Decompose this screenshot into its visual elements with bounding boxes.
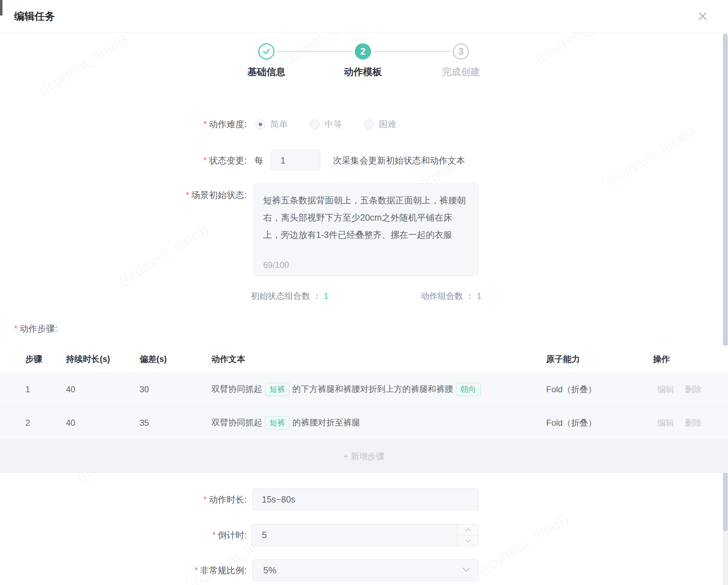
chevron-down-icon: [462, 567, 471, 572]
cell-step: 2: [25, 418, 66, 428]
initial-state-combo-count: 初始状态组合数 ：1: [251, 290, 328, 302]
window-edge: [0, 0, 2, 16]
radio-option-hard[interactable]: 困难: [364, 118, 396, 130]
action-duration-label: *动作时长:: [203, 488, 247, 510]
col-header-atomic-ability: 原子能力: [546, 353, 653, 365]
chevron-down-icon: [465, 539, 471, 543]
required-asterisk: *: [186, 190, 189, 200]
countdown-stepper: [251, 524, 479, 546]
stepper-connector: [277, 51, 353, 52]
cell-deviation: 35: [140, 418, 211, 428]
cell-action-text: 双臂协同抓起短裤的下方裤腿和裤腰对折到上方的裤腿和裤腰朝向: [211, 383, 546, 396]
scene-initial-textarea-wrap: 短裤五条数据背面朝上，五条数据正面朝上，裤腰朝右，离头部视野下方至少20cm之外…: [254, 184, 478, 276]
chevron-up-icon: [465, 528, 471, 532]
radio-option-medium[interactable]: 中等: [310, 118, 342, 130]
unusual-ratio-label: *非常规比例:: [195, 559, 247, 581]
state-change-prefix: 每: [254, 155, 263, 166]
initial-combo-value: 1: [324, 291, 328, 301]
state-change-suffix: 次采集会更新初始状态和动作文本: [333, 155, 465, 166]
state-change-row: 每 次采集会更新初始状态和动作文本: [254, 150, 465, 171]
state-change-label: *状态变更:: [203, 150, 247, 171]
cell-operations: 编辑 删除: [653, 417, 728, 429]
required-asterisk: *: [203, 155, 207, 165]
page-title: 编辑任务: [14, 0, 55, 32]
radio-icon-hard[interactable]: [364, 119, 374, 129]
required-asterisk: *: [203, 494, 207, 504]
col-header-deviation: 偏差(s): [140, 353, 211, 365]
delete-link[interactable]: 删除: [685, 417, 702, 429]
step-2-circle[interactable]: 2: [355, 43, 371, 60]
difficulty-radio-group: 简单 中等 困难: [255, 116, 418, 132]
radio-option-easy[interactable]: 简单: [255, 118, 288, 130]
action-duration-input[interactable]: [252, 488, 479, 510]
decrement-button[interactable]: [457, 535, 479, 546]
action-combo-count: 动作组合数 ：1: [421, 290, 481, 302]
table-row: 2 40 35 双臂协同抓起短裤的裤腰对折至裤腿 Fold（折叠） 编辑 删除: [0, 406, 728, 440]
step-label-finish-create: 完成创建: [419, 66, 503, 78]
watermark-text: ((current_time)): [35, 31, 130, 99]
close-icon[interactable]: [696, 9, 710, 23]
step-label-basic-info: 基础信息: [224, 66, 309, 78]
number-spinner: [457, 524, 479, 546]
radio-label-hard: 困难: [379, 118, 396, 130]
object-tag: 短裤: [265, 383, 290, 396]
vertical-scrollbar-track[interactable]: [723, 33, 728, 585]
unusual-ratio-value: 5%: [263, 565, 277, 576]
scene-initial-label: *场景初始状态:: [186, 186, 247, 204]
col-header-action-text: 动作文本: [211, 353, 546, 365]
cell-duration: 40: [66, 384, 140, 394]
radio-label-medium: 中等: [325, 118, 342, 130]
required-asterisk: *: [212, 530, 216, 540]
action-steps-table: 步骤 持续时长(s) 偏差(s) 动作文本 原子能力 操作 1 40 30 双臂…: [0, 345, 728, 473]
table-row: 1 40 30 双臂协同抓起短裤的下方裤腿和裤腰对折到上方的裤腿和裤腰朝向 Fo…: [0, 373, 728, 406]
countdown-input[interactable]: [251, 524, 479, 546]
cell-deviation: 30: [140, 384, 211, 394]
watermark-text: ((current_time)): [475, 510, 571, 578]
delete-link[interactable]: 删除: [685, 384, 702, 395]
cell-duration: 40: [66, 418, 140, 428]
watermark-text: ((current_time)): [602, 122, 698, 191]
radio-label-easy: 简单: [270, 118, 288, 130]
required-asterisk: *: [14, 324, 18, 333]
cell-operations: 编辑 删除: [653, 384, 728, 395]
step-3-circle[interactable]: 3: [453, 43, 469, 60]
cell-action-text: 双臂协同抓起短裤的裤腰对折至裤腿: [211, 416, 546, 430]
cell-step: 1: [25, 384, 66, 394]
difficulty-label: *动作难度:: [203, 116, 247, 132]
action-steps-label: *动作步骤:: [14, 323, 57, 334]
step-1-check-icon[interactable]: [258, 43, 274, 60]
edit-link[interactable]: 编辑: [657, 417, 674, 429]
col-header-step: 步骤: [25, 353, 66, 365]
modal-header: 编辑任务: [0, 0, 728, 33]
increment-button[interactable]: [457, 524, 479, 535]
required-asterisk: *: [195, 565, 198, 575]
edit-link[interactable]: 编辑: [657, 384, 674, 395]
cell-atomic-ability: Fold（折叠）: [546, 384, 653, 395]
col-header-operations: 操作: [653, 353, 728, 365]
radio-icon-medium[interactable]: [310, 119, 320, 129]
stepper-connector: [374, 51, 451, 52]
character-counter: 69/100: [263, 260, 289, 270]
col-header-duration: 持续时长(s): [66, 353, 140, 365]
watermark-text: ((current_time)): [116, 221, 211, 289]
required-asterisk: *: [203, 119, 207, 129]
step-label-action-template: 动作模板: [321, 66, 405, 78]
cell-atomic-ability: Fold（折叠）: [546, 417, 653, 429]
unusual-ratio-select[interactable]: 5%: [252, 559, 479, 581]
add-step-button[interactable]: + 新增步骤: [0, 440, 728, 473]
state-change-input[interactable]: [271, 150, 320, 171]
radio-icon-easy[interactable]: [255, 119, 265, 129]
table-header-row: 步骤 持续时长(s) 偏差(s) 动作文本 原子能力 操作: [0, 345, 728, 373]
action-combo-value: 1: [477, 291, 481, 301]
object-tag: 短裤: [265, 416, 290, 430]
scene-initial-textarea[interactable]: 短裤五条数据背面朝上，五条数据正面朝上，裤腰朝右，离头部视野下方至少20cm之外…: [263, 192, 469, 248]
orientation-tag: 朝向: [456, 383, 481, 396]
countdown-label: *倒计时:: [212, 524, 247, 546]
